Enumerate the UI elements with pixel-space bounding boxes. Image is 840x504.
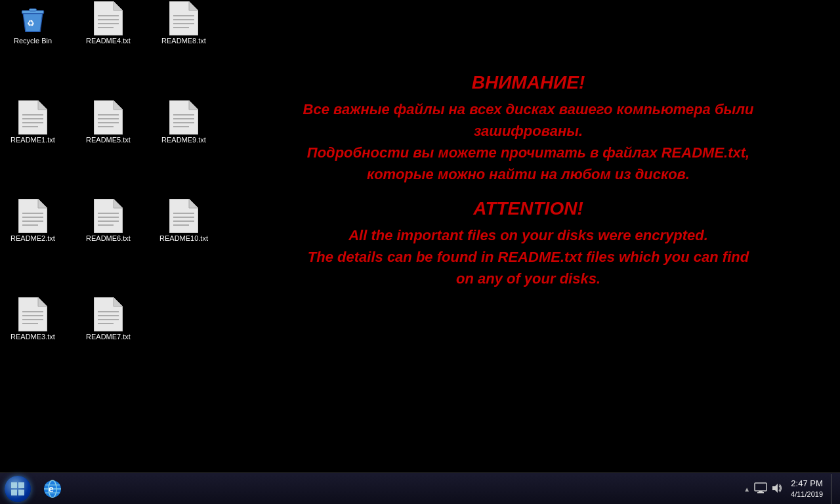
svg-text:♻: ♻ (27, 18, 35, 28)
start-button[interactable] (0, 473, 35, 505)
start-orb[interactable] (5, 476, 31, 502)
icon-label-readme8: README8.txt (161, 37, 206, 45)
icon-label-readme10: README10.txt (159, 234, 208, 243)
ransom-title-ru: ВНИМАНИЕ! (230, 72, 827, 93)
tray-expand-icon[interactable]: ▲ (744, 486, 750, 493)
icon-label-readme7: README7.txt (86, 333, 131, 341)
icon-label-readme1: README1.txt (10, 136, 55, 144)
system-tray: ▲ 2:47 PM 4/11/2019 (744, 473, 840, 504)
svg-marker-10 (189, 1, 198, 10)
svg-marker-52 (38, 297, 47, 306)
desktop-icon-readme7[interactable]: README7.txt (82, 299, 135, 341)
svg-text:e: e (49, 484, 54, 494)
icon-img-readme8 (168, 3, 200, 34)
icon-img-readme5 (93, 102, 124, 133)
ie-button[interactable]: e (38, 474, 67, 503)
icon-img-readme2 (17, 200, 49, 232)
icon-img-readme10 (168, 200, 200, 232)
icon-label-readme3: README3.txt (10, 333, 55, 341)
svg-marker-34 (38, 199, 47, 208)
desktop-icon-readme10[interactable]: README10.txt (158, 200, 210, 243)
icon-img-recycle-bin: ♻ (17, 3, 49, 34)
desktop-icon-readme5[interactable]: README5.txt (82, 102, 135, 144)
desktop-icon-readme9[interactable]: README9.txt (158, 102, 210, 144)
svg-rect-74 (759, 491, 763, 492)
desktop-icon-readme1[interactable]: README1.txt (7, 102, 59, 144)
svg-rect-75 (757, 492, 764, 494)
svg-marker-22 (114, 100, 123, 110)
desktop-icon-readme3[interactable]: README3.txt (7, 299, 59, 341)
svg-marker-40 (114, 199, 123, 208)
icon-label-readme5: README5.txt (86, 136, 131, 144)
svg-marker-46 (189, 199, 198, 208)
svg-marker-58 (114, 297, 123, 306)
svg-rect-65 (11, 490, 17, 495)
icon-label-readme2: README2.txt (10, 234, 55, 243)
svg-marker-76 (772, 484, 778, 493)
icon-img-readme6 (93, 200, 124, 232)
system-clock[interactable]: 2:47 PM 4/11/2019 (787, 478, 827, 500)
svg-marker-28 (189, 100, 198, 110)
desktop-icon-readme6[interactable]: README6.txt (82, 200, 135, 243)
svg-rect-64 (18, 482, 24, 488)
ransom-message: ВНИМАНИЕ! Все важные файлы на всех диска… (230, 72, 827, 289)
icon-img-readme1 (17, 102, 49, 133)
ransom-body-ru: Все важные файлы на всех дисках вашего к… (230, 98, 827, 185)
icon-img-readme7 (93, 299, 124, 330)
icon-img-readme3 (17, 299, 49, 330)
desktop-icon-recycle-bin[interactable]: ♻ Recycle Bin (7, 3, 59, 45)
svg-rect-73 (755, 483, 766, 491)
clock-date: 4/11/2019 (791, 490, 823, 499)
svg-rect-1 (29, 9, 36, 11)
icon-label-readme9: README9.txt (161, 136, 206, 144)
icon-label-readme6: README6.txt (86, 234, 131, 243)
desktop-icon-readme8[interactable]: README8.txt (158, 3, 210, 45)
icon-label-recycle-bin: Recycle Bin (14, 37, 52, 45)
svg-rect-63 (11, 482, 17, 488)
icon-label-readme4: README4.txt (86, 37, 131, 45)
desktop: ВНИМАНИЕ! Все важные файлы на всех диска… (0, 0, 840, 472)
speaker-icon[interactable] (771, 482, 783, 496)
svg-rect-66 (18, 490, 24, 495)
monitor-icon[interactable] (754, 482, 767, 496)
show-desktop-button[interactable] (831, 474, 835, 504)
svg-marker-16 (38, 100, 47, 110)
svg-marker-4 (114, 1, 123, 10)
ransom-body-en: All the important files on your disks we… (230, 224, 827, 289)
desktop-icon-readme4[interactable]: README4.txt (82, 3, 135, 45)
ransom-title-en: ATTENTION! (230, 198, 827, 219)
taskbar: e ▲ 2:47 PM 4/11/2019 (0, 472, 840, 504)
icon-img-readme9 (168, 102, 200, 133)
icon-img-readme4 (93, 3, 124, 34)
clock-time: 2:47 PM (791, 478, 822, 490)
desktop-icon-readme2[interactable]: README2.txt (7, 200, 59, 243)
